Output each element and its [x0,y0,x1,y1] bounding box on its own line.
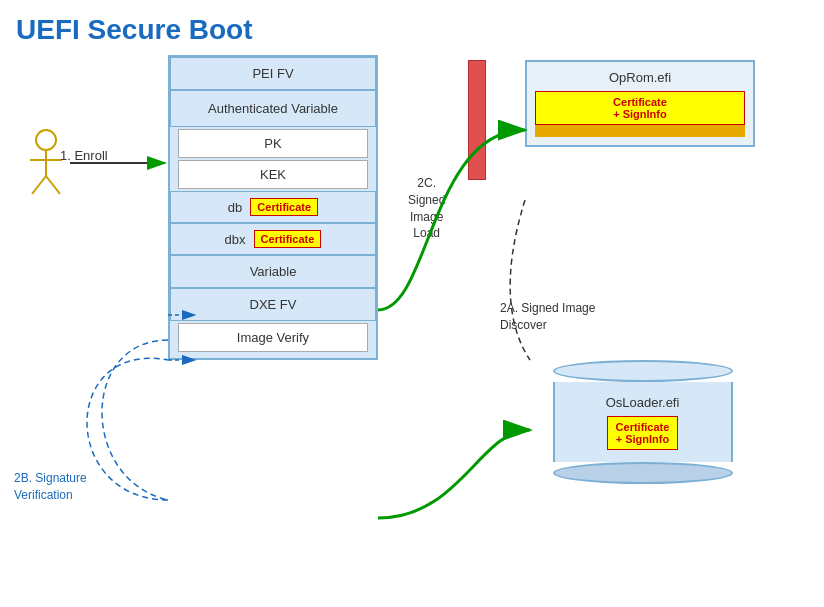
signed-image-load-label: 2C.SignedImageLoad [408,175,445,242]
image-verify-row: Image Verify [178,323,368,352]
db-cert-badge: Certificate [250,198,318,216]
signature-verification-label: 2B. SignatureVerification [14,470,87,504]
db-row: db Certificate [170,191,376,223]
dbx-cert-badge: Certificate [254,230,322,248]
dbx-label: dbx [225,232,246,247]
signed-image-discover-label: 2A. Signed ImageDiscover [500,300,595,334]
auth-var-row: UEFI Secure Boot Authenticated Variable [170,90,376,127]
variable-label: Variable [250,264,297,279]
svg-point-0 [36,130,56,150]
db-label: db [228,200,242,215]
pei-fv-row: PEI FV [170,57,376,90]
oprom-title: OpRom.efi [535,70,745,85]
dbx-row: dbx Certificate [170,223,376,255]
kek-row: KEK [178,160,368,189]
oprom-yellow-bar [535,125,745,137]
osloader-title: OsLoader.efi [606,395,680,410]
svg-line-4 [46,176,60,194]
pk-row: PK [178,129,368,158]
cylinder-top [553,360,733,382]
pei-fv-label: PEI FV [252,66,293,81]
pk-label: PK [264,136,281,151]
osloader-cylinder: OsLoader.efi Certificate + SignInfo [530,360,755,484]
enroll-label: 1. Enroll [60,148,108,163]
variable-row: Variable [170,255,376,288]
oprom-box: OpRom.efi Certificate + SignInfo [525,60,755,147]
uefi-block: PEI FV UEFI Secure Boot Authenticated Va… [168,55,378,360]
dxe-fv-label: DXE FV [250,297,297,312]
cylinder-body: OsLoader.efi Certificate + SignInfo [553,382,733,462]
svg-line-3 [32,176,46,194]
dxe-fv-row: DXE FV [170,288,376,321]
osloader-cert-badge: Certificate + SignInfo [607,416,679,450]
cylinder-bottom [553,462,733,484]
kek-label: KEK [260,167,286,182]
red-rectangle [468,60,486,180]
oprom-cert-badge: Certificate + SignInfo [535,91,745,125]
image-verify-label: Image Verify [237,330,309,345]
page-title: UEFI Secure Boot [16,14,252,46]
